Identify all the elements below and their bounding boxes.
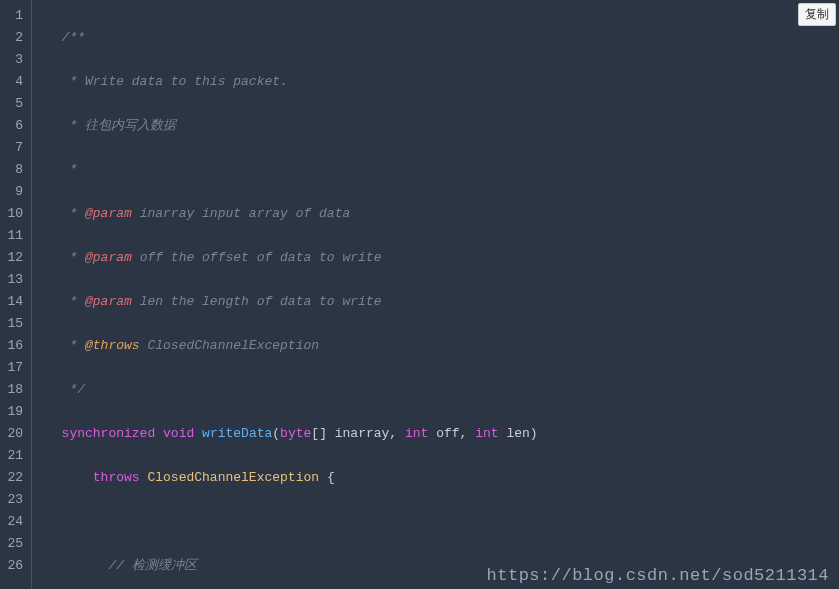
- line-number: 14: [6, 291, 23, 313]
- line-number: 18: [6, 379, 23, 401]
- line-number: 19: [6, 401, 23, 423]
- line-number: 22: [6, 467, 23, 489]
- line-number: 1: [6, 5, 23, 27]
- line-number: 9: [6, 181, 23, 203]
- line-number: 12: [6, 247, 23, 269]
- code-content[interactable]: /** * Write data to this packet. * 往包内写入…: [32, 0, 839, 589]
- code-block: 复制 1234567891011121314151617181920212223…: [0, 0, 839, 589]
- line-number: 4: [6, 71, 23, 93]
- line-number: 10: [6, 203, 23, 225]
- watermark-text: https://blog.csdn.net/sod5211314: [487, 566, 829, 585]
- line-number: 7: [6, 137, 23, 159]
- line-number: 8: [6, 159, 23, 181]
- line-number: 21: [6, 445, 23, 467]
- line-number: 11: [6, 225, 23, 247]
- line-number: 15: [6, 313, 23, 335]
- line-number: 26: [6, 555, 23, 577]
- line-number: 5: [6, 93, 23, 115]
- line-number: 6: [6, 115, 23, 137]
- line-number: 13: [6, 269, 23, 291]
- copy-button[interactable]: 复制: [798, 3, 836, 26]
- line-number: 24: [6, 511, 23, 533]
- line-number: 2: [6, 27, 23, 49]
- line-number: 23: [6, 489, 23, 511]
- line-number: 20: [6, 423, 23, 445]
- line-number: 3: [6, 49, 23, 71]
- line-number-gutter: 1234567891011121314151617181920212223242…: [0, 0, 32, 589]
- line-number: 25: [6, 533, 23, 555]
- line-number: 17: [6, 357, 23, 379]
- line-number: 16: [6, 335, 23, 357]
